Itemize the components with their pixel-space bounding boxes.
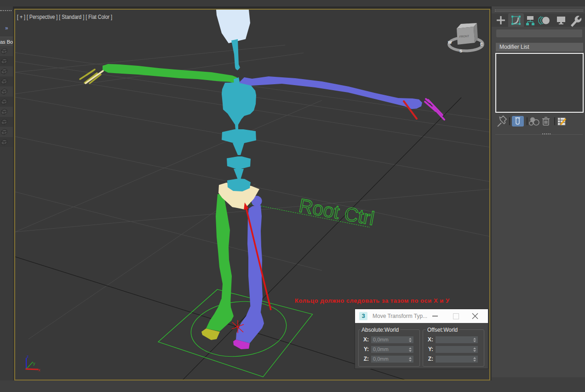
svg-text:x: x (38, 368, 40, 372)
svg-text:Кольцо должно следовать за таз: Кольцо должно следовать за тазом по оси … (295, 297, 450, 304)
svg-text:z: z (27, 354, 29, 359)
svg-text:FRONT: FRONT (459, 34, 470, 38)
svg-text:y: y (33, 361, 35, 366)
svg-text:E: E (480, 42, 483, 46)
svg-text:S: S (459, 49, 462, 53)
svg-text:[ + ] [ Perspective ] [ Standa: [ + ] [ Perspective ] [ Standard ] [ Fla… (17, 14, 112, 20)
svg-text:W: W (448, 40, 452, 45)
